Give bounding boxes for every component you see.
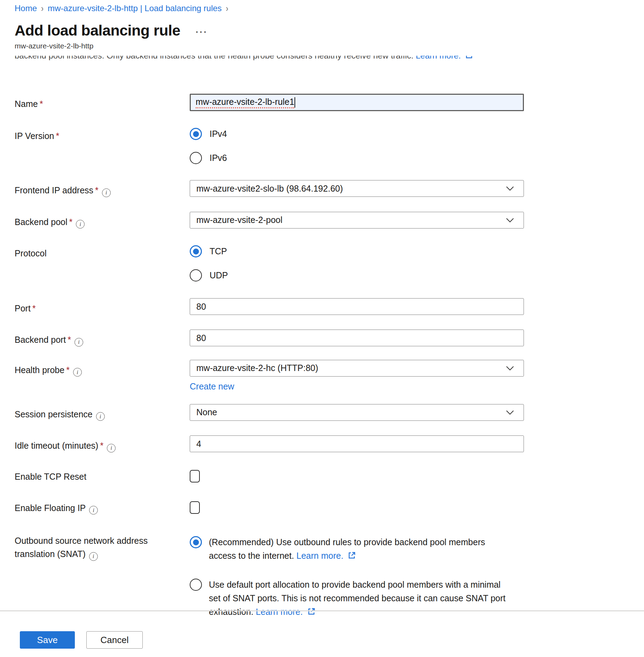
- info-icon[interactable]: i: [89, 506, 98, 515]
- snat-row: Outbound source network address translat…: [15, 534, 524, 619]
- info-icon[interactable]: i: [96, 412, 105, 421]
- health-probe-label: Health probe*i: [15, 360, 190, 392]
- breadcrumb-home-link[interactable]: Home: [15, 3, 37, 13]
- backend-pool-value: mw-azure-vsite-2-pool: [196, 215, 282, 225]
- save-button[interactable]: Save: [20, 631, 75, 649]
- frontend-ip-row: Frontend IP address*i mw-azure-vsite2-sl…: [15, 180, 524, 197]
- breadcrumb: Home › mw-azure-vsite-2-lb-http | Load b…: [0, 0, 644, 13]
- session-persistence-row: Session persistencei None: [15, 404, 524, 421]
- text-cursor: [294, 97, 295, 108]
- port-input[interactable]: 80: [190, 298, 524, 315]
- floating-ip-label: Enable Floating IPi: [15, 501, 190, 515]
- learn-more-link[interactable]: Learn more.: [297, 551, 344, 561]
- ip-version-row: IP Version* IPv4 IPv6: [15, 126, 524, 164]
- clipped-description: backend pool instances. Only backend ins…: [15, 56, 644, 62]
- create-new-link[interactable]: Create new: [190, 381, 234, 392]
- snat-default-port-radio[interactable]: Use default port allocation to provide b…: [190, 578, 524, 619]
- frontend-ip-value: mw-azure-vsite2-slo-lb (98.64.192.60): [196, 184, 343, 194]
- info-icon[interactable]: i: [76, 220, 85, 229]
- port-input-value: 80: [196, 302, 206, 312]
- required-marker: *: [68, 335, 71, 345]
- required-marker: *: [66, 365, 70, 375]
- name-input[interactable]: mw-azure-vsite-2-lb-rule1: [190, 94, 524, 111]
- page-subtitle: mw-azure-vsite-2-lb-http: [15, 42, 644, 50]
- footer-actions: Save Cancel: [20, 631, 143, 649]
- tcp-reset-row: Enable TCP Reset: [15, 470, 524, 483]
- chevron-down-icon: [505, 183, 515, 194]
- ipv4-radio[interactable]: IPv4: [190, 128, 524, 140]
- external-link-icon: [307, 607, 316, 616]
- learn-more-link[interactable]: Learn more.: [256, 607, 303, 617]
- radio-unselected-icon: [190, 579, 202, 591]
- port-row: Port* 80: [15, 298, 524, 315]
- session-persistence-dropdown[interactable]: None: [190, 404, 524, 421]
- name-row: Name* mw-azure-vsite-2-lb-rule1: [15, 94, 524, 111]
- breadcrumb-separator-icon: ›: [226, 3, 228, 14]
- backend-pool-row: Backend pool*i mw-azure-vsite-2-pool: [15, 212, 524, 229]
- radio-unselected-icon: [190, 269, 202, 281]
- info-icon[interactable]: i: [102, 188, 111, 197]
- idle-timeout-input[interactable]: 4: [190, 435, 524, 452]
- name-label: Name*: [15, 94, 190, 111]
- health-probe-dropdown[interactable]: mw-azure-vsite-2-hc (HTTP:80): [190, 360, 524, 377]
- required-marker: *: [40, 99, 43, 109]
- required-marker: *: [100, 441, 103, 450]
- radio-selected-icon: [190, 245, 202, 257]
- floating-ip-checkbox[interactable]: [190, 501, 200, 514]
- idle-timeout-label: Idle timeout (minutes)*i: [15, 435, 190, 453]
- footer-divider: [0, 610, 644, 611]
- breadcrumb-separator-icon: ›: [41, 3, 44, 14]
- frontend-ip-label: Frontend IP address*i: [15, 180, 190, 197]
- required-marker: *: [32, 303, 36, 313]
- chevron-down-icon: [505, 363, 515, 373]
- external-link-icon: [465, 56, 473, 59]
- protocol-label: Protocol: [15, 243, 190, 281]
- page-title: Add load balancing rule: [15, 22, 180, 39]
- backend-pool-dropdown[interactable]: mw-azure-vsite-2-pool: [190, 212, 524, 229]
- ipv4-radio-label: IPv4: [210, 129, 227, 139]
- ipv6-radio-label: IPv6: [210, 153, 227, 163]
- floating-ip-row: Enable Floating IPi: [15, 501, 524, 515]
- tcp-radio[interactable]: TCP: [190, 245, 524, 257]
- session-persistence-value: None: [196, 407, 217, 417]
- snat-outbound-rules-text: (Recommended) Use outbound rules to prov…: [209, 537, 485, 561]
- udp-radio-label: UDP: [210, 270, 228, 280]
- breadcrumb-lb-rules-link[interactable]: mw-azure-vsite-2-lb-http | Load balancin…: [48, 3, 222, 13]
- required-marker: *: [95, 185, 99, 195]
- tcp-reset-label: Enable TCP Reset: [15, 470, 190, 483]
- ip-version-label: IP Version*: [15, 126, 190, 164]
- idle-timeout-input-value: 4: [196, 439, 201, 449]
- add-lb-rule-form: Name* mw-azure-vsite-2-lb-rule1 IP Versi…: [15, 94, 524, 619]
- snat-label: Outbound source network address translat…: [15, 534, 190, 619]
- backend-pool-label: Backend pool*i: [15, 212, 190, 229]
- snat-outbound-rules-radio[interactable]: (Recommended) Use outbound rules to prov…: [190, 535, 524, 563]
- info-icon[interactable]: i: [74, 338, 83, 347]
- overflow-menu-icon[interactable]: ···: [196, 23, 208, 38]
- info-icon[interactable]: i: [89, 552, 98, 561]
- chevron-down-icon: [505, 407, 515, 418]
- backend-port-label: Backend port*i: [15, 330, 190, 347]
- cancel-button[interactable]: Cancel: [86, 631, 143, 649]
- backend-port-input[interactable]: 80: [190, 330, 524, 346]
- radio-unselected-icon: [190, 152, 202, 164]
- required-marker: *: [56, 131, 60, 141]
- udp-radio[interactable]: UDP: [190, 269, 524, 281]
- name-input-value: mw-azure-vsite-2-lb-rule1: [196, 97, 294, 108]
- backend-port-row: Backend port*i 80: [15, 330, 524, 347]
- radio-selected-icon: [190, 536, 202, 548]
- info-icon[interactable]: i: [73, 368, 82, 377]
- health-probe-row: Health probe*i mw-azure-vsite-2-hc (HTTP…: [15, 360, 524, 392]
- protocol-row: Protocol TCP UDP: [15, 243, 524, 281]
- frontend-ip-dropdown[interactable]: mw-azure-vsite2-slo-lb (98.64.192.60): [190, 180, 524, 197]
- port-label: Port*: [15, 298, 190, 315]
- ipv6-radio[interactable]: IPv6: [190, 152, 524, 164]
- learn-more-link[interactable]: Learn more.: [416, 56, 461, 60]
- tcp-reset-checkbox[interactable]: [190, 470, 200, 482]
- info-icon[interactable]: i: [107, 444, 116, 453]
- required-marker: *: [69, 217, 73, 227]
- health-probe-value: mw-azure-vsite-2-hc (HTTP:80): [196, 363, 318, 373]
- idle-timeout-row: Idle timeout (minutes)*i 4: [15, 435, 524, 453]
- backend-port-input-value: 80: [196, 333, 206, 343]
- external-link-icon: [348, 551, 356, 559]
- chevron-down-icon: [505, 215, 515, 225]
